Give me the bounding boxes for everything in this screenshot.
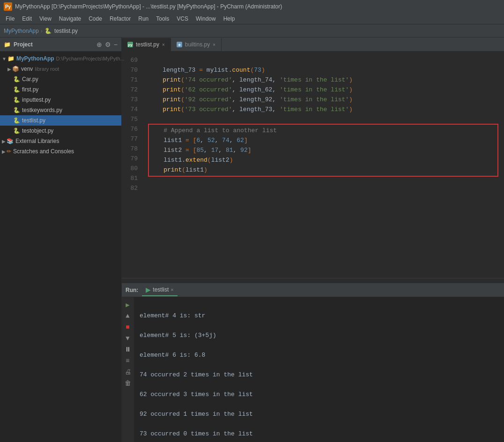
scrollbar[interactable] [122,278,504,283]
run-clear-button[interactable]: 🗑 [123,379,133,388]
menu-navigate[interactable]: Navigate [55,15,85,23]
run-controls: ▶ ▲ ■ ▼ ⏸ ≡ 🖨 🗑 [122,297,134,442]
run-header: Run: ▶ testlist × [122,283,504,297]
output-line-7: 73 occurred 0 times in the list [140,429,498,439]
py-file-icon: 🐍 [13,117,20,124]
code-editor[interactable]: 69 70 71 72 73 74 75 76 77 78 79 80 81 8… [122,52,504,278]
tree-item-mypythonapp[interactable]: ▼ 📁 MyPythonApp D:\PycharmProjects\MyPyt… [0,53,121,64]
menu-vcs[interactable]: VCS [173,15,192,23]
run-tab-testlist[interactable]: ▶ testlist × [142,284,177,296]
editor-area: py testlist.py × ◈ builtins.py × 69 70 7… [122,37,504,442]
builtin-tab-icon: ◈ [177,42,182,47]
tree-item-testlist-py[interactable]: 🐍 testlist.py [0,115,121,126]
tab-close-testlist[interactable]: × [162,42,165,47]
main-layout: 📁 Project ⊕ ⚙ − ▼ 📁 MyPythonApp D:\Pycha… [0,37,504,442]
sidebar: 📁 Project ⊕ ⚙ − ▼ 📁 MyPythonApp D:\Pycha… [0,37,122,442]
tree-item-first-py[interactable]: 🐍 first.py [0,84,121,95]
app-icon: Py [4,2,12,11]
py-file-icon: 🐍 [13,86,20,93]
tree-item-external-libraries[interactable]: ▶ 📚 External Libraries [0,136,121,146]
run-panel: Run: ▶ testlist × ▶ ▲ ■ ▼ ⏸ ≡ 🖨 🗑 [122,283,504,442]
settings-icon[interactable]: ⚙ [105,41,111,48]
py-file-icon: 🐍 [13,107,20,113]
py-file-icon: 🐍 [13,127,20,134]
tab-close-builtins[interactable]: × [213,42,215,47]
tab-builtins-label: builtins.py [185,41,210,48]
tree-item-scratches[interactable]: ▶ ✏ Scratches and Consoles [0,146,121,157]
tab-testlist-label: testlist.py [136,41,159,48]
editor-tabs: py testlist.py × ◈ builtins.py × [122,37,504,52]
menu-bar: File Edit View Navigate Code Refactor Ru… [0,13,504,24]
menu-refactor[interactable]: Refactor [106,15,134,23]
folder-icon: 📁 [7,55,15,62]
project-label: Project [14,41,94,48]
run-wrap-button[interactable]: ≡ [123,356,133,366]
project-header: 📁 Project ⊕ ⚙ − [0,37,121,52]
collapse-icon[interactable]: − [114,41,118,48]
scratches-label: Scratches and Consoles [13,148,74,155]
menu-tools[interactable]: Tools [152,15,173,23]
output-line-6: 92 occurred 1 times in the list [140,409,498,419]
output-line-2: element# 5 is: (3+5j) [140,330,498,340]
menu-help[interactable]: Help [220,15,239,23]
project-tree: ▼ 📁 MyPythonApp D:\PycharmProjects\MyPyt… [0,52,121,158]
menu-window[interactable]: Window [192,15,220,23]
scratch-icon: ✏ [7,148,11,155]
run-pause-button[interactable]: ⏸ [123,345,133,354]
output-line-1: element# 4 is: str [140,311,498,321]
title-text: MyPythonApp [D:\PycharmProjects\MyPython… [15,3,282,10]
tree-item-car-py[interactable]: 🐍 Car.py [0,74,121,84]
output-line-5: 62 occurred 3 times in the list [140,390,498,399]
menu-code[interactable]: Code [85,15,106,23]
breadcrumb: MyPythonApp › 🐍 testlist.py [0,24,504,37]
locate-icon[interactable]: ⊕ [96,41,102,48]
tab-builtins[interactable]: ◈ builtins.py × [171,38,222,51]
output-line-3: element# 6 is: 6.8 [140,350,498,360]
tree-item-inputtest-py[interactable]: 🐍 inputtest.py [0,95,121,105]
py-tab-icon: py [127,42,133,47]
menu-file[interactable]: File [2,15,18,23]
run-stop-button[interactable]: ■ [123,322,133,332]
run-tab-icon: ▶ [146,286,151,293]
breadcrumb-app[interactable]: MyPythonApp [4,28,39,34]
output-line-4: 74 occurred 2 times in the list [140,370,498,380]
venv-icon: 📦 [12,66,19,72]
menu-view[interactable]: View [36,15,55,23]
py-file-icon: 🐍 [13,76,20,82]
run-down-button[interactable]: ▼ [123,334,133,343]
run-play-button[interactable]: ▶ [123,300,133,309]
run-body: ▶ ▲ ■ ▼ ⏸ ≡ 🖨 🗑 element# 4 is: str eleme… [122,297,504,442]
run-output: element# 4 is: str element# 5 is: (3+5j)… [134,297,504,442]
run-tab-close[interactable]: × [170,287,173,292]
menu-edit[interactable]: Edit [18,15,36,23]
breadcrumb-file: 🐍 testlist.py [44,28,78,34]
run-tab-label: testlist [153,286,169,293]
py-file-icon: 🐍 [13,97,20,103]
tree-item-testkeywords-py[interactable]: 🐍 testkeywords.py [0,105,121,115]
folder-icon: 📁 [4,41,11,48]
tree-item-testobject-py[interactable]: 🐍 testobject.py [0,126,121,136]
run-up-button[interactable]: ▲ [123,311,133,321]
menu-run[interactable]: Run [134,15,152,23]
tab-testlist[interactable]: py testlist.py × [122,38,171,51]
title-bar: Py MyPythonApp [D:\PycharmProjects\MyPyt… [0,0,504,13]
line-numbers: 69 70 71 72 73 74 75 76 77 78 79 80 81 8… [122,52,142,278]
library-icon: 📚 [7,138,14,144]
code-content[interactable]: length_73 = mylist.count(73) print('74 o… [142,52,504,278]
run-print-button[interactable]: 🖨 [123,367,133,377]
tree-item-venv[interactable]: ▶ 📦 venv library root [0,64,121,74]
run-label: Run: [126,287,138,293]
